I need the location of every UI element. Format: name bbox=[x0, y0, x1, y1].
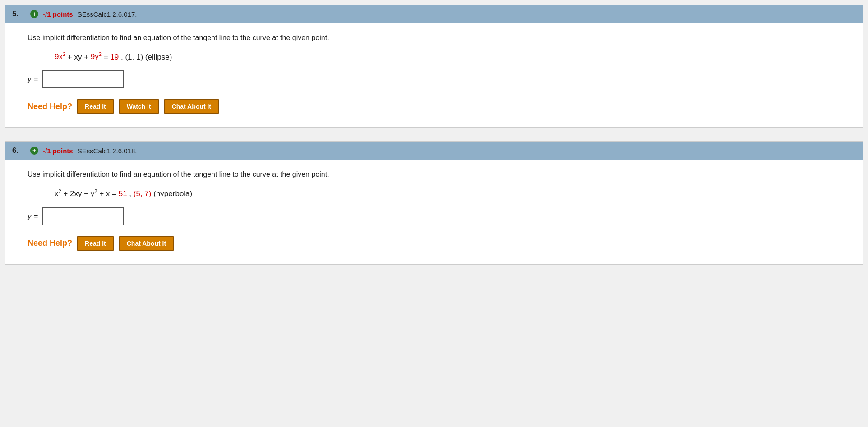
question-6-input[interactable] bbox=[42, 207, 124, 225]
question-6-read-it-button[interactable]: Read It bbox=[77, 236, 114, 251]
question-5-number: 5. bbox=[12, 9, 26, 18]
question-6-y-label: y = bbox=[28, 212, 38, 221]
question-6-header: 6. + -/1 points SEssCalc1 2.6.018. bbox=[5, 142, 863, 160]
question-6-need-help: Need Help? bbox=[28, 239, 72, 248]
question-5-input[interactable] bbox=[42, 70, 124, 88]
question-5-plus-icon[interactable]: + bbox=[30, 10, 38, 18]
question-5-body: Use implicit differentiation to find an … bbox=[5, 23, 863, 127]
question-6-points: -/1 points bbox=[43, 147, 73, 155]
question-5-need-help: Need Help? bbox=[28, 102, 72, 111]
question-6-equation: x2 + 2xy − y2 + x = 51 , (5, 7) (hyperbo… bbox=[55, 188, 850, 198]
question-5-statement: Use implicit differentiation to find an … bbox=[28, 32, 850, 44]
question-5-watch-it-button[interactable]: Watch It bbox=[119, 99, 159, 114]
equation-6-red2: (5, 7) bbox=[134, 189, 152, 198]
question-5-answer-row: y = bbox=[28, 70, 850, 88]
equation-5-middle: + xy + bbox=[68, 52, 91, 61]
question-6-chat-about-button[interactable]: Chat About It bbox=[119, 236, 174, 251]
question-5-y-label: y = bbox=[28, 75, 38, 84]
equation-6-x2: x2 + 2xy − y2 + x = bbox=[55, 189, 119, 198]
equation-6-point: , bbox=[129, 189, 133, 198]
equation-5-point: , (1, 1) (ellipse) bbox=[121, 52, 172, 61]
question-6-answer-row: y = bbox=[28, 207, 850, 225]
question-6-id: SEssCalc1 2.6.018. bbox=[78, 147, 137, 155]
question-6-body: Use implicit differentiation to find an … bbox=[5, 160, 863, 264]
question-6-plus-icon[interactable]: + bbox=[30, 147, 38, 155]
equation-5-equals: = bbox=[104, 52, 111, 61]
question-6: 6. + -/1 points SEssCalc1 2.6.018. Use i… bbox=[5, 141, 863, 264]
question-6-statement: Use implicit differentiation to find an … bbox=[28, 169, 850, 180]
equation-5-red2: 9y2 bbox=[91, 52, 102, 61]
question-6-number: 6. bbox=[12, 146, 26, 155]
question-6-help-row: Need Help? Read It Chat About It bbox=[28, 236, 850, 251]
question-5: 5. + -/1 points SEssCalc1 2.6.017. Use i… bbox=[5, 5, 863, 128]
equation-5-red1: 9x2 bbox=[55, 52, 65, 61]
question-5-read-it-button[interactable]: Read It bbox=[77, 99, 114, 114]
equation-6-hyperbola: (hyperbola) bbox=[153, 189, 192, 198]
equation-6-red1: 51 bbox=[119, 189, 127, 198]
equation-5-red3: 19 bbox=[110, 52, 119, 61]
question-5-help-row: Need Help? Read It Watch It Chat About I… bbox=[28, 99, 850, 114]
question-5-header: 5. + -/1 points SEssCalc1 2.6.017. bbox=[5, 5, 863, 23]
question-5-points: -/1 points bbox=[43, 10, 73, 18]
question-5-equation: 9x2 + xy + 9y2 = 19 , (1, 1) (ellipse) bbox=[55, 52, 850, 62]
question-5-chat-about-button[interactable]: Chat About It bbox=[164, 99, 219, 114]
question-5-id: SEssCalc1 2.6.017. bbox=[78, 10, 137, 18]
